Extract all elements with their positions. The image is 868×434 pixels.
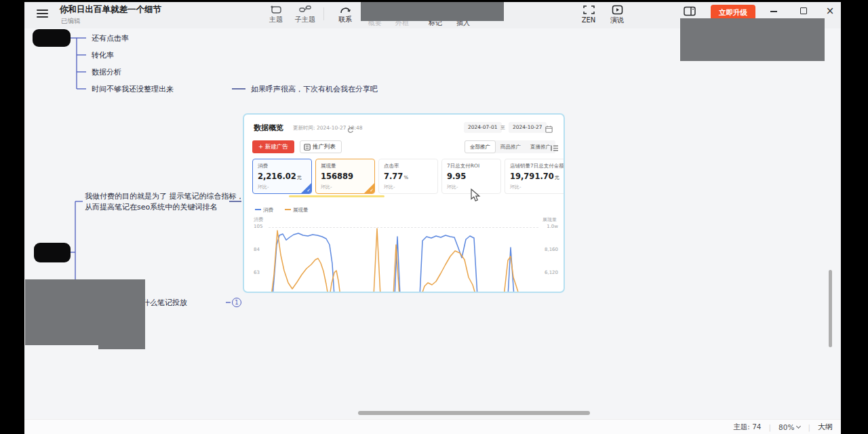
embedded-dashboard-image[interactable]: 数据概览 更新时间: 2024-10-27 18:48 2024-07-01 至…	[243, 113, 565, 293]
toolbar-relation-label: 联系	[330, 16, 360, 23]
horizontal-scrollbar[interactable]	[358, 411, 590, 415]
redaction-block-canvas-tab	[98, 345, 145, 349]
partially-hidden-branch[interactable]: 什么笔记投放	[142, 298, 187, 308]
collapsed-children-badge[interactable]: 1	[232, 298, 241, 307]
status-bar: 主题: 74 | 80% | 大纲	[24, 419, 841, 434]
menu-icon[interactable]	[37, 9, 48, 18]
toolbar-topic-button[interactable]: 主题	[261, 5, 291, 23]
relation-icon	[330, 5, 360, 14]
zen-mode-button[interactable]: ZEN	[574, 5, 604, 24]
present-label: 演说	[602, 16, 632, 24]
zoom-control[interactable]: 80%	[778, 423, 800, 431]
subtopic-icon	[290, 5, 320, 14]
toolbar-subtopic-button[interactable]: 子主题	[290, 5, 320, 23]
branch-conversion-rate[interactable]: 转化率	[92, 50, 114, 60]
document-title: 你和日出百单就差一个细节	[60, 4, 161, 16]
letterbox-top	[0, 0, 868, 2]
letterbox-left	[0, 0, 24, 434]
toolbar-topic-label: 主题	[261, 16, 291, 23]
app-window: 你和日出百单就差一个细节 已编辑 主题 子主题 联系 概要 外框 标记 插入 Z…	[24, 0, 841, 434]
vertical-scrollbar[interactable]	[829, 270, 832, 347]
branch-data-analysis[interactable]: 数据分析	[92, 67, 121, 77]
status-divider: |	[808, 423, 810, 431]
redaction-block-canvas	[25, 279, 145, 345]
status-divider: |	[769, 423, 772, 431]
trend-line-chart	[244, 115, 565, 293]
branch-no-time[interactable]: 时间不够我还没整理出来	[92, 84, 174, 94]
redaction-block-top-right	[680, 18, 825, 61]
topic-icon	[261, 5, 291, 14]
zen-label: ZEN	[574, 16, 604, 24]
check-icon: ✓	[370, 188, 374, 193]
maximize-icon[interactable]	[797, 5, 810, 18]
redaction-block-toolbar	[361, 0, 504, 21]
toolbar-subtopic-label: 子主题	[290, 16, 320, 23]
redacted-topic-node-1[interactable]	[33, 29, 71, 47]
edit-status: 已编辑	[61, 17, 81, 26]
check-icon: ✓	[307, 188, 311, 193]
minimize-icon[interactable]	[768, 5, 780, 18]
letterbox-right	[841, 0, 868, 434]
close-icon[interactable]: ×	[824, 5, 836, 18]
purpose-line-2: 从而提高笔记在seo系统中的关键词排名	[85, 203, 217, 212]
purpose-line-1: 我做付费的目的就是为了 提示笔记的综合指标，	[85, 192, 244, 201]
present-button[interactable]: 演说	[602, 5, 632, 24]
present-play-icon	[602, 5, 632, 15]
purpose-note[interactable]: 我做付费的目的就是为了 提示笔记的综合指标， 从而提高笔记在seo系统中的关键词…	[85, 191, 244, 213]
zoom-value: 80%	[778, 423, 794, 431]
toolbar-relation-button[interactable]: 联系	[330, 5, 360, 23]
outline-button[interactable]: 大纲	[818, 422, 833, 432]
side-panel-icon[interactable]	[684, 6, 696, 19]
toolbar-divider	[323, 7, 324, 20]
branch-click-rate[interactable]: 还有点击率	[92, 33, 129, 43]
redacted-topic-node-2[interactable]	[34, 243, 71, 262]
topic-count: 主题: 74	[733, 422, 761, 432]
relation-note[interactable]: 如果呼声很高，下次有机会我在分享吧	[251, 84, 378, 94]
zen-icon	[574, 5, 604, 15]
chevron-down-icon	[796, 423, 801, 428]
